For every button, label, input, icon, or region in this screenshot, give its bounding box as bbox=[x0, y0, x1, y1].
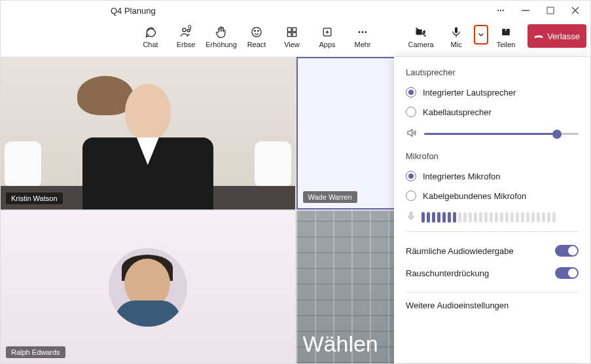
decor bbox=[255, 141, 291, 187]
participant-tile[interactable]: Ralph Edwards bbox=[1, 211, 295, 363]
mic-header: Mikrofon bbox=[406, 151, 579, 161]
raise-hand-button[interactable]: Erhöhung bbox=[204, 20, 239, 53]
mic-dropdown-button[interactable] bbox=[474, 25, 488, 45]
leave-button[interactable]: Verlasse bbox=[528, 24, 586, 48]
apps-button[interactable]: Apps bbox=[310, 20, 345, 53]
chat-button[interactable]: Chat bbox=[133, 20, 168, 53]
radio-icon bbox=[406, 107, 416, 117]
mic-button[interactable]: Mic bbox=[439, 20, 474, 53]
svg-point-2 bbox=[503, 10, 504, 11]
noise-suppression-label: Rauschunterdrückung bbox=[406, 268, 489, 278]
svg-rect-13 bbox=[293, 33, 296, 37]
svg-point-5 bbox=[183, 28, 186, 31]
mic-level-icon bbox=[406, 211, 421, 223]
volume-slider[interactable] bbox=[424, 133, 579, 135]
volume-icon bbox=[406, 127, 424, 141]
view-button[interactable]: View bbox=[274, 20, 310, 53]
audio-settings-panel: Lautsprecher Integrierter Lautsprecher K… bbox=[394, 57, 590, 363]
svg-point-0 bbox=[497, 10, 499, 11]
svg-point-9 bbox=[258, 31, 259, 32]
svg-rect-18 bbox=[455, 27, 457, 33]
speaker-option-wired[interactable]: Kabellautsprecher bbox=[406, 102, 579, 122]
svg-point-17 bbox=[365, 31, 367, 33]
svg-point-8 bbox=[255, 31, 256, 32]
chevron-down-icon bbox=[478, 29, 484, 41]
spatial-audio-label: Räumliche Audiowiedergabe bbox=[406, 246, 514, 256]
grid-icon bbox=[285, 25, 298, 39]
noise-suppression-toggle[interactable] bbox=[555, 267, 579, 279]
participant-name: Ralph Edwards bbox=[6, 346, 65, 358]
minimize-button[interactable] bbox=[513, 1, 538, 20]
more-audio-settings-link[interactable]: Weitere Audioeinstellungen bbox=[406, 300, 579, 310]
speaker-option-integrated[interactable]: Integrierter Lautsprecher bbox=[406, 82, 579, 102]
svg-rect-3 bbox=[522, 10, 529, 11]
title-bar: Q4 Planung bbox=[1, 1, 590, 20]
speaker-header: Lautsprecher bbox=[406, 67, 579, 77]
svg-rect-12 bbox=[287, 33, 291, 37]
radio-icon bbox=[406, 87, 416, 98]
camera-off-icon bbox=[414, 25, 427, 39]
svg-point-16 bbox=[362, 31, 364, 33]
avatar bbox=[109, 248, 187, 327]
chat-icon bbox=[144, 25, 157, 39]
radio-icon bbox=[406, 171, 416, 181]
divider bbox=[406, 231, 579, 232]
people-count: 9 bbox=[188, 24, 192, 31]
svg-point-7 bbox=[252, 27, 261, 37]
video-stage: Kristin Watson Wade Warren Ralph Edwards… bbox=[1, 57, 590, 363]
spatial-audio-toggle[interactable] bbox=[555, 245, 579, 257]
mic-option-wired[interactable]: Kabelgebundenes Mikrofon bbox=[406, 186, 579, 206]
camera-button[interactable]: Camera bbox=[403, 20, 439, 53]
svg-point-15 bbox=[359, 31, 361, 33]
hangup-icon bbox=[533, 29, 547, 43]
participant-video bbox=[82, 84, 213, 209]
participant-name: Kristin Watson bbox=[6, 192, 63, 204]
emoji-icon bbox=[250, 25, 263, 39]
hand-icon bbox=[215, 25, 228, 39]
maximize-button[interactable] bbox=[538, 1, 563, 20]
participant-name: Wade Warren bbox=[303, 191, 357, 203]
people-button[interactable]: 9 Erbse bbox=[168, 20, 204, 53]
svg-rect-11 bbox=[293, 27, 296, 31]
svg-rect-4 bbox=[547, 7, 554, 14]
svg-rect-20 bbox=[410, 212, 412, 217]
mic-level-meter bbox=[421, 212, 579, 223]
ellipsis-icon[interactable] bbox=[488, 1, 513, 20]
mic-option-integrated[interactable]: Integriertes Mikrofon bbox=[406, 166, 579, 186]
apps-icon bbox=[321, 25, 334, 39]
radio-icon bbox=[406, 191, 416, 201]
react-button[interactable]: React bbox=[239, 20, 274, 53]
decor bbox=[5, 141, 41, 187]
close-button[interactable] bbox=[563, 1, 588, 20]
share-button[interactable]: Teilen bbox=[488, 20, 524, 53]
more-button[interactable]: Mehr bbox=[345, 20, 380, 53]
divider bbox=[406, 292, 579, 293]
svg-point-1 bbox=[500, 10, 501, 11]
mic-icon bbox=[450, 25, 463, 39]
overlay-text: Wählen bbox=[303, 331, 378, 357]
share-icon bbox=[499, 25, 512, 39]
svg-rect-10 bbox=[287, 27, 291, 31]
meeting-title: Q4 Planung bbox=[111, 6, 156, 16]
toolbar: Chat 9 Erbse Erhöhung React View Apps bbox=[1, 20, 590, 57]
more-icon bbox=[356, 25, 369, 39]
participant-tile[interactable]: Kristin Watson bbox=[1, 57, 295, 209]
